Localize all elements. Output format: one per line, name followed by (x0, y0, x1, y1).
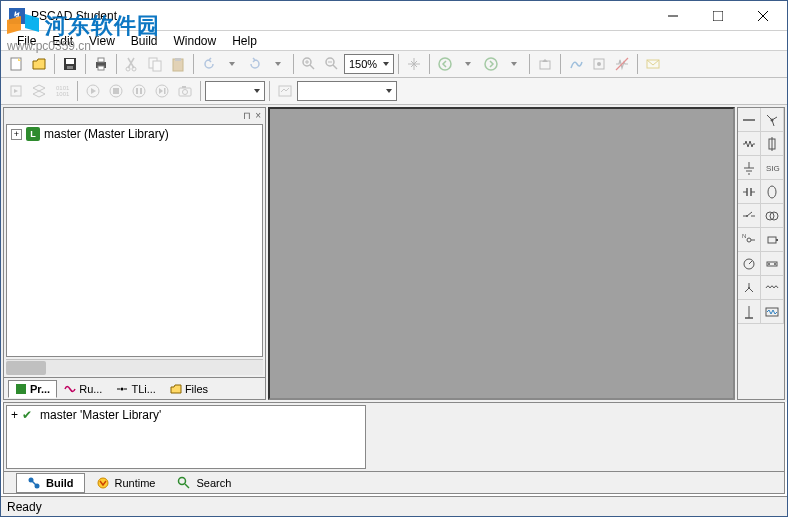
svg-rect-16 (175, 58, 181, 61)
palette-star-icon[interactable] (738, 276, 761, 300)
svg-line-86 (31, 480, 37, 486)
tab-search-output[interactable]: Search (166, 473, 242, 493)
palette-ground-icon[interactable] (738, 156, 761, 180)
palette-fuse-icon[interactable] (761, 132, 784, 156)
palette-inductor-icon[interactable] (761, 180, 784, 204)
output-panel: + ✔ master 'Master Library' Build Runtim… (3, 402, 785, 494)
component-button (588, 53, 610, 75)
main-toolbar: 150% (1, 51, 787, 78)
tab-runtime-output[interactable]: Runtime (85, 473, 167, 493)
minimize-button[interactable] (650, 2, 695, 30)
runtime-output-icon (96, 476, 110, 490)
check-icon: ✔ (22, 408, 36, 422)
tline-icon (116, 383, 128, 395)
svg-point-48 (121, 387, 124, 390)
palette-diode-icon[interactable] (738, 300, 761, 324)
svg-rect-1 (713, 11, 723, 21)
svg-point-28 (597, 62, 601, 66)
nav-forward-dropdown (503, 53, 525, 75)
svg-rect-38 (136, 88, 138, 94)
build-tree[interactable]: + ✔ master 'Master Library' (6, 405, 366, 469)
palette-coil-icon[interactable] (761, 276, 784, 300)
toolbar-separator (560, 54, 561, 74)
menu-help[interactable]: Help (224, 32, 265, 50)
canvas-area[interactable] (268, 107, 735, 400)
project-tree[interactable]: + L master (Master Library) (6, 124, 263, 357)
nav-back-button (434, 53, 456, 75)
palette-battery-icon[interactable] (761, 228, 784, 252)
tab-files[interactable]: Files (163, 380, 215, 398)
palette-switch-icon[interactable] (738, 204, 761, 228)
plot-config-button (274, 80, 296, 102)
app-icon: ↯ (9, 8, 25, 24)
tab-label: Pr... (30, 383, 50, 395)
palette-sig-icon[interactable]: SIG (761, 156, 784, 180)
svg-line-89 (185, 484, 189, 488)
tab-tline[interactable]: TLi... (109, 380, 162, 398)
palette-scope-icon[interactable] (761, 300, 784, 324)
titlebar: ↯ PSCAD Student (1, 1, 787, 31)
open-button[interactable] (28, 53, 50, 75)
palette-terminal-icon[interactable]: N (738, 228, 761, 252)
tree-scrollbar[interactable] (6, 359, 263, 375)
tree-row[interactable]: + ✔ master 'Master Library' (7, 406, 365, 424)
nav-back-dropdown (457, 53, 479, 75)
toolbar-separator (293, 54, 294, 74)
svg-line-22 (333, 65, 337, 69)
runtime-icon (64, 383, 76, 395)
panel-close-icon[interactable]: × (255, 110, 261, 121)
copy-button (144, 53, 166, 75)
palette-transformer-icon[interactable] (761, 204, 784, 228)
maximize-button[interactable] (695, 2, 740, 30)
toolbar-separator (77, 81, 78, 101)
tab-build[interactable]: Build (16, 473, 85, 493)
close-button[interactable] (740, 2, 785, 30)
menu-window[interactable]: Window (166, 32, 225, 50)
svg-point-37 (133, 85, 145, 97)
save-button[interactable] (59, 53, 81, 75)
undo-dropdown (221, 53, 243, 75)
tab-runtime[interactable]: Ru... (57, 380, 109, 398)
menu-view[interactable]: View (81, 32, 123, 50)
binary-button: 01011001 (51, 80, 73, 102)
status-text: Ready (7, 500, 42, 514)
palette-resistor-icon[interactable] (738, 132, 761, 156)
palette-meter-icon[interactable] (738, 252, 761, 276)
svg-rect-10 (98, 66, 104, 70)
toolbar-separator (637, 54, 638, 74)
tab-projects[interactable]: Pr... (8, 380, 57, 398)
expand-icon[interactable]: + (11, 408, 18, 422)
plot-combo[interactable] (297, 81, 397, 101)
palette-capacitor-icon[interactable] (738, 180, 761, 204)
svg-point-70 (747, 238, 751, 242)
run-combo[interactable] (205, 81, 265, 101)
expand-icon[interactable]: + (11, 129, 22, 140)
svg-point-78 (768, 263, 770, 265)
redo-button (244, 53, 266, 75)
print-button[interactable] (90, 53, 112, 75)
tree-row[interactable]: + L master (Master Library) (7, 125, 262, 143)
svg-point-51 (771, 118, 774, 121)
step-button (151, 80, 173, 102)
palette-node-icon[interactable] (761, 108, 784, 132)
menu-edit[interactable]: Edit (44, 32, 81, 50)
pin-icon[interactable]: ⊓ (243, 110, 251, 121)
zoom-combo[interactable]: 150% (344, 54, 394, 74)
svg-point-79 (774, 263, 776, 265)
palette-source-icon[interactable] (761, 252, 784, 276)
status-bar: Ready (1, 496, 787, 516)
tree-label: master 'Master Library' (40, 408, 161, 422)
palette-wire-icon[interactable] (738, 108, 761, 132)
menu-file[interactable]: File (9, 32, 44, 50)
svg-rect-7 (67, 66, 73, 69)
stop-button (105, 80, 127, 102)
svg-line-18 (310, 65, 314, 69)
svg-rect-74 (776, 239, 778, 241)
svg-rect-6 (66, 59, 74, 64)
tab-label: TLi... (131, 383, 155, 395)
library-icon: L (26, 127, 40, 141)
new-button[interactable] (5, 53, 27, 75)
svg-rect-73 (768, 237, 776, 243)
menu-build[interactable]: Build (123, 32, 166, 50)
nav-forward-button (480, 53, 502, 75)
